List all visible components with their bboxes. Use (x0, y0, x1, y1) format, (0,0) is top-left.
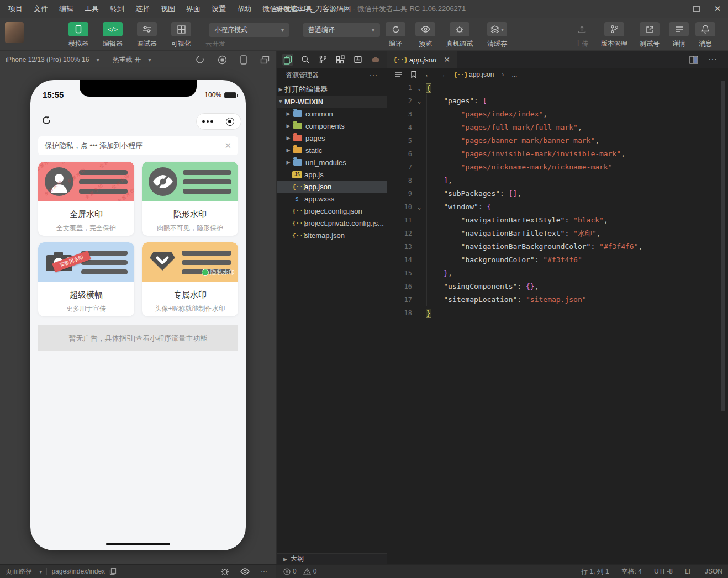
tree-file-app.wxss[interactable]: ミapp.wxss (277, 193, 387, 205)
copy-path-icon[interactable] (109, 568, 117, 575)
tree-file-app.js[interactable]: JSapp.js (277, 168, 387, 181)
menu-工具[interactable]: 工具 (80, 2, 104, 16)
explorer-more-icon[interactable]: ··· (370, 71, 378, 79)
clear-cache-button[interactable]: ▾ 清缓存 (483, 22, 511, 49)
menu-编辑[interactable]: 编辑 (54, 2, 78, 16)
breadcrumb-more[interactable]: ... (511, 71, 517, 78)
encoding[interactable]: UTF-8 (654, 568, 673, 575)
simulator-toggle[interactable]: 模拟器 (65, 22, 92, 49)
more-menu-button[interactable] (197, 120, 219, 123)
menu-文件[interactable]: 文件 (29, 2, 53, 16)
menu-项目[interactable]: 项目 (3, 2, 28, 16)
tree-folder-components[interactable]: ▶components (277, 120, 387, 132)
search-icon[interactable] (300, 54, 311, 66)
banner-close-icon[interactable]: ✕ (224, 141, 231, 151)
mode-select[interactable]: 小程序模式▾ (209, 23, 289, 37)
messages-button[interactable]: 消息 (696, 22, 715, 49)
language-mode[interactable]: JSON (705, 568, 722, 575)
watermark-card-2[interactable]: 隐形水印肉眼不可见，隐形保护 (142, 162, 238, 236)
fold-chevron-icon[interactable]: ⌄ (412, 85, 426, 91)
files-icon[interactable] (282, 54, 293, 66)
extensions-icon[interactable] (335, 54, 346, 66)
code-line-18[interactable]: 18} (387, 306, 720, 320)
compile-button[interactable]: 编译 (384, 22, 407, 49)
outline-list-icon[interactable] (394, 71, 403, 78)
watermark-card-3[interactable]: 实验用水印超级横幅更多用于宣传 (38, 242, 134, 316)
user-avatar[interactable] (5, 22, 24, 43)
code-line-3[interactable]: 3"pages/index/index", (387, 108, 720, 121)
indentation[interactable]: 空格: 4 (621, 567, 642, 576)
tab-close-icon[interactable]: ✕ (444, 55, 450, 64)
statusbar-bug-icon[interactable] (220, 567, 229, 576)
detach-window-icon[interactable] (260, 56, 270, 64)
tree-file-project.private.config.js...[interactable]: {··}project.private.config.js... (277, 217, 387, 229)
statusbar-more-icon[interactable]: ··· (261, 568, 267, 575)
editor-more-icon[interactable]: ··· (708, 55, 717, 65)
device-debug-button[interactable]: 真机调试 (444, 22, 475, 49)
code-line-10[interactable]: 10⌄"window": { (387, 200, 720, 214)
outline-section[interactable]: ▶大纲 (277, 553, 387, 564)
details-button[interactable]: 详情 (669, 22, 688, 49)
code-line-1[interactable]: 1⌄{ (387, 81, 720, 94)
menu-选择[interactable]: 选择 (130, 2, 155, 16)
code-line-6[interactable]: 6"pages/invisible-mark/invisible-mark", (387, 147, 720, 161)
version-manage-button[interactable]: 版本管理 (599, 22, 630, 49)
preview-button[interactable]: 预览 (414, 22, 436, 49)
minimize-button[interactable]: – (665, 0, 686, 18)
test-account-button[interactable]: 测试号 (637, 22, 662, 49)
code-line-4[interactable]: 4"pages/full-mark/full-mark", (387, 121, 720, 134)
fold-chevron-icon[interactable]: ⌄ (412, 98, 426, 104)
tree-folder-pages[interactable]: ▶pages (277, 132, 387, 144)
page-refresh-icon[interactable] (41, 115, 51, 125)
tree-file-sitemap.json[interactable]: {··}sitemap.json (277, 229, 387, 241)
cursor-position[interactable]: 行 1, 列 1 (581, 567, 609, 576)
code-line-2[interactable]: 2⌄"pages": [ (387, 94, 720, 108)
upload-button[interactable]: 上传 (572, 22, 591, 49)
code-line-9[interactable]: 9"subPackages": [], (387, 187, 720, 200)
maximize-button[interactable] (686, 0, 707, 18)
nav-forward-icon[interactable]: → (439, 71, 446, 78)
open-editors-section[interactable]: ▶打开的编辑器 (277, 83, 387, 96)
rotate-device-icon[interactable] (240, 55, 247, 65)
editor-scrollbar[interactable] (721, 81, 725, 411)
menu-转到[interactable]: 转到 (105, 2, 129, 16)
code-line-5[interactable]: 5"pages/banner-mark/banner-mark", (387, 134, 720, 147)
close-miniprogram-button[interactable] (219, 118, 241, 126)
menu-界面[interactable]: 界面 (181, 2, 205, 16)
menu-设置[interactable]: 设置 (207, 2, 231, 16)
watermark-card-4[interactable]: 隐私水印专属水印头像+昵称就能制作水印 (142, 242, 238, 316)
tab-app-json[interactable]: {··} app.json ✕ (387, 51, 457, 68)
project-root-folder[interactable]: ▼MP-WEIXIN (277, 96, 387, 108)
code-area[interactable]: 1⌄{2⌄"pages": [3"pages/index/index",4"pa… (387, 81, 720, 564)
fold-chevron-icon[interactable]: ⌄ (412, 204, 426, 210)
close-button[interactable]: ✕ (707, 0, 728, 18)
compile-mode-select[interactable]: 普通编译▾ (303, 23, 380, 37)
menu-帮助[interactable]: 帮助 (232, 2, 256, 16)
source-control-icon[interactable] (318, 54, 329, 66)
problems-indicator[interactable]: 0 0 (279, 565, 316, 578)
record-icon[interactable] (218, 55, 227, 65)
code-line-7[interactable]: 7"pages/nickname-mark/nickname-mark" (387, 161, 720, 174)
visualize-toggle[interactable]: 可视化 (168, 22, 194, 49)
nav-back-icon[interactable]: ← (425, 71, 431, 78)
code-line-15[interactable]: 15}, (387, 267, 720, 280)
debugger-toggle[interactable]: 调试器 (134, 22, 160, 49)
tree-folder-common[interactable]: ▶common (277, 108, 387, 120)
device-selector[interactable]: iPhone 12/13 (Pro) 100% 16 ▾ (6, 56, 99, 63)
code-line-17[interactable]: 17"sitemapLocation": "sitemap.json" (387, 293, 720, 306)
plugin-icon[interactable] (370, 54, 381, 66)
breadcrumb-file[interactable]: {··} app.json (453, 71, 494, 78)
page-path-selector[interactable]: 页面路径 ▾ (6, 567, 42, 576)
code-line-11[interactable]: 11"navigationBarTextStyle": "black", (387, 214, 720, 227)
code-line-14[interactable]: 14"backgroundColor": "#f3f4f6" (387, 253, 720, 267)
refresh-sim-icon[interactable] (196, 55, 204, 64)
bookmark-icon[interactable] (410, 71, 417, 78)
statusbar-eye-icon[interactable] (240, 568, 250, 575)
code-line-12[interactable]: 12"navigationBarTitleText": "水印", (387, 227, 720, 240)
eol[interactable]: LF (685, 568, 693, 575)
split-editor-icon[interactable] (689, 56, 698, 64)
npm-icon[interactable] (352, 54, 363, 66)
editor-toggle[interactable]: </> 编辑器 (99, 22, 126, 49)
watermark-card-1[interactable]: 全屏水印全屏水印全屏水印全屏水印全屏水印全屏水印全屏水印全屏水印全屏水印全文覆盖… (38, 162, 134, 236)
tree-folder-uni-modules[interactable]: ▶uni_modules (277, 156, 387, 168)
